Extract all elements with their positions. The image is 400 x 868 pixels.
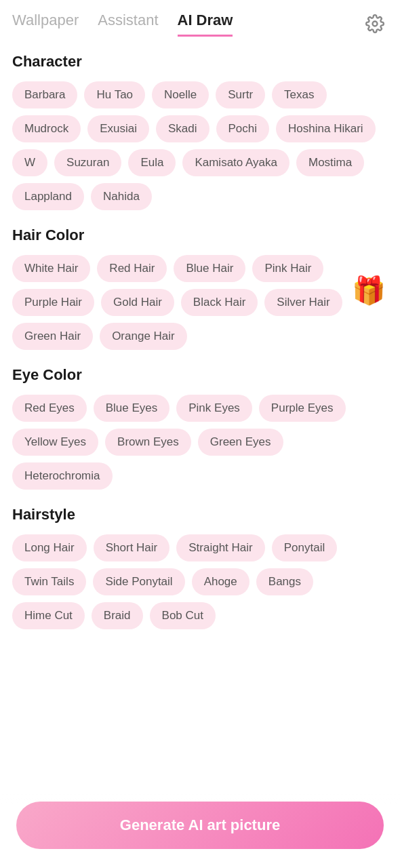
tag-hime-cut[interactable]: Hime Cut bbox=[12, 602, 85, 629]
section-hairstyle: HairstyleLong HairShort HairStraight Hai… bbox=[0, 490, 400, 629]
tag-barbara[interactable]: Barbara bbox=[12, 81, 77, 108]
tag-pochi[interactable]: Pochi bbox=[216, 115, 270, 142]
tag-blue-hair[interactable]: Blue Hair bbox=[174, 255, 245, 282]
tag-brown-eyes[interactable]: Brown Eyes bbox=[105, 429, 191, 456]
tag-red-hair[interactable]: Red Hair bbox=[97, 255, 167, 282]
tag-eula[interactable]: Eula bbox=[128, 149, 176, 176]
tag-mudrock[interactable]: Mudrock bbox=[12, 115, 81, 142]
tag-ponytail[interactable]: Ponytail bbox=[272, 534, 337, 561]
generate-button-wrap: Generate AI art picture bbox=[0, 791, 400, 868]
tag-short-hair[interactable]: Short Hair bbox=[94, 534, 170, 561]
app-header: Wallpaper Assistant AI Draw bbox=[0, 0, 400, 37]
tags-hair-color: White HairRed HairBlue HairPink HairPurp… bbox=[12, 255, 388, 350]
tag-surtr[interactable]: Surtr bbox=[216, 81, 265, 108]
tag-braid[interactable]: Braid bbox=[92, 602, 143, 629]
section-title-character: Character bbox=[12, 53, 388, 71]
tag-suzuran[interactable]: Suzuran bbox=[54, 149, 121, 176]
tag-pink-eyes[interactable]: Pink Eyes bbox=[176, 395, 252, 422]
tag-kamisato-ayaka[interactable]: Kamisato Ayaka bbox=[182, 149, 289, 176]
tag-purple-hair[interactable]: Purple Hair bbox=[12, 289, 94, 316]
tab-ai-draw[interactable]: AI Draw bbox=[178, 12, 233, 37]
section-hair-color: Hair ColorWhite HairRed HairBlue HairPin… bbox=[0, 210, 400, 350]
tag-side-ponytail[interactable]: Side Ponytail bbox=[93, 568, 184, 595]
section-eye-color: Eye ColorRed EyesBlue EyesPink EyesPurpl… bbox=[0, 350, 400, 490]
section-title-hair-color: Hair Color bbox=[12, 226, 388, 244]
tags-character: BarbaraHu TaoNoelleSurtrTexasMudrockExus… bbox=[12, 81, 388, 210]
tag-bangs[interactable]: Bangs bbox=[256, 568, 313, 595]
tag-mostima[interactable]: Mostima bbox=[296, 149, 364, 176]
tag-silver-hair[interactable]: Silver Hair bbox=[264, 289, 342, 316]
tag-pink-hair[interactable]: Pink Hair bbox=[252, 255, 323, 282]
tag-black-hair[interactable]: Black Hair bbox=[181, 289, 258, 316]
tag-texas[interactable]: Texas bbox=[272, 81, 326, 108]
tags-eye-color: Red EyesBlue EyesPink EyesPurple EyesYel… bbox=[12, 395, 388, 490]
tag-lappland[interactable]: Lappland bbox=[12, 183, 84, 210]
tag-ahoge[interactable]: Ahoge bbox=[192, 568, 249, 595]
tag-gold-hair[interactable]: Gold Hair bbox=[101, 289, 174, 316]
tags-hairstyle: Long HairShort HairStraight HairPonytail… bbox=[12, 534, 388, 629]
tag-red-eyes[interactable]: Red Eyes bbox=[12, 395, 87, 422]
section-character: CharacterBarbaraHu TaoNoelleSurtrTexasMu… bbox=[0, 37, 400, 210]
tag-white-hair[interactable]: White Hair bbox=[12, 255, 90, 282]
tag-green-eyes[interactable]: Green Eyes bbox=[198, 429, 283, 456]
tab-assistant[interactable]: Assistant bbox=[98, 12, 158, 37]
section-title-eye-color: Eye Color bbox=[12, 366, 388, 384]
gift-button[interactable]: 🎁 bbox=[350, 271, 388, 309]
tag-hu-tao[interactable]: Hu Tao bbox=[84, 81, 145, 108]
tag-long-hair[interactable]: Long Hair bbox=[12, 534, 87, 561]
tag-straight-hair[interactable]: Straight Hair bbox=[176, 534, 264, 561]
settings-button[interactable] bbox=[362, 11, 388, 37]
tag-w[interactable]: W bbox=[12, 149, 47, 176]
section-title-hairstyle: Hairstyle bbox=[12, 506, 388, 524]
tag-heterochromia[interactable]: Heterochromia bbox=[12, 462, 113, 490]
tag-nahida[interactable]: Nahida bbox=[91, 183, 152, 210]
tag-bob-cut[interactable]: Bob Cut bbox=[150, 602, 216, 629]
sections-container: CharacterBarbaraHu TaoNoelleSurtrTexasMu… bbox=[0, 37, 400, 697]
svg-point-0 bbox=[373, 22, 378, 26]
tag-yellow-eyes[interactable]: Yellow Eyes bbox=[12, 429, 98, 456]
tag-exusiai[interactable]: Exusiai bbox=[87, 115, 149, 142]
tag-skadi[interactable]: Skadi bbox=[156, 115, 209, 142]
tag-green-hair[interactable]: Green Hair bbox=[12, 323, 93, 350]
nav-tabs: Wallpaper Assistant AI Draw bbox=[12, 12, 233, 37]
tag-twin-tails[interactable]: Twin Tails bbox=[12, 568, 86, 595]
tab-wallpaper[interactable]: Wallpaper bbox=[12, 12, 79, 37]
tag-orange-hair[interactable]: Orange Hair bbox=[100, 323, 187, 350]
tag-hoshina-hikari[interactable]: Hoshina Hikari bbox=[276, 115, 376, 142]
tag-blue-eyes[interactable]: Blue Eyes bbox=[94, 395, 170, 422]
tag-purple-eyes[interactable]: Purple Eyes bbox=[259, 395, 346, 422]
generate-button[interactable]: Generate AI art picture bbox=[16, 802, 384, 849]
tag-noelle[interactable]: Noelle bbox=[152, 81, 209, 108]
